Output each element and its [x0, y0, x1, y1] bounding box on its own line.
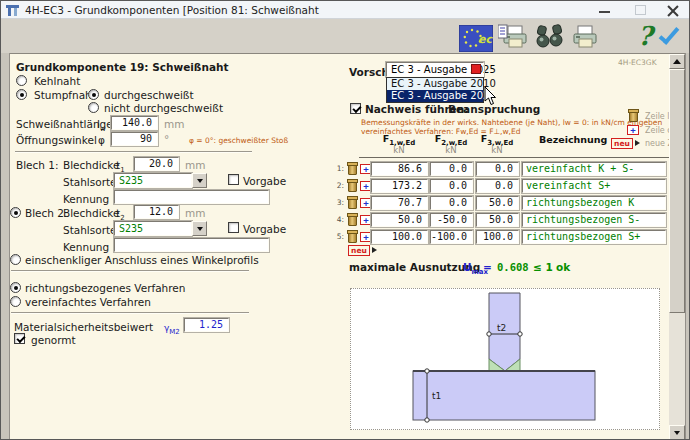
genormt-checkbox[interactable] [14, 333, 25, 344]
header-f2: F2,w,Ed [427, 133, 475, 144]
maximize-button[interactable] [635, 5, 646, 15]
dropdown-option-2010[interactable]: EC 3 - Ausgabe 2010 [387, 78, 483, 90]
row-number: 4: [333, 214, 344, 226]
result-label: maximale Ausnutzung [349, 261, 480, 273]
vorschrift-status-led[interactable] [471, 64, 481, 74]
winkel-hint: φ = 0°: geschweißter Stoß [189, 136, 288, 145]
richtungsbezogen-label: richtungsbezogenes Verfahren [25, 282, 185, 294]
bezeichnung-cell[interactable]: richtungsbezogen K [522, 196, 666, 210]
f2-cell[interactable]: -100.0 [430, 230, 473, 244]
ec-icon-label: ec [478, 33, 493, 46]
dropdown-option-2025[interactable]: EC 3 - Ausgabe 2025 [387, 90, 483, 102]
scroll-down-button[interactable] [669, 425, 685, 440]
f2-cell[interactable]: 0.0 [430, 162, 473, 176]
f3-cell[interactable]: 50.0 [476, 213, 519, 227]
genormt-label: genormt [31, 334, 76, 346]
row-number: 5: [333, 231, 344, 243]
row-number: 1: [333, 163, 344, 175]
vereinfacht-label: vereinfachtes Verfahren [25, 296, 151, 308]
gamma-symbol: γM2 [164, 322, 180, 334]
app-icon [6, 4, 19, 17]
new-row-legend-arrow [635, 140, 640, 146]
bezeichnung-cell[interactable]: vereinfacht S+ [522, 179, 666, 193]
left-frame [1, 53, 10, 440]
minimize-button[interactable] [599, 11, 610, 13]
bezeichnung-cell[interactable]: richtungsbezogen S+ [522, 230, 666, 244]
print-icon[interactable] [570, 23, 603, 51]
row-number: 3: [333, 197, 344, 209]
new-row-legend-label: neue Z [645, 139, 670, 149]
nachweis-checkbox[interactable] [350, 103, 361, 114]
bezeichnung-cell[interactable]: richtungsbezogen S- [522, 213, 666, 227]
result-equals: = [483, 261, 492, 273]
unit-f1: kN [375, 145, 423, 155]
table-row: 4: + 50.0 -50.0 50.0 richtungsbezogen S- [1, 213, 690, 227]
t1-dimension-label: t1 [432, 391, 441, 401]
f1-cell[interactable]: 70.7 [371, 196, 428, 210]
ec-icon[interactable]: ec [459, 25, 493, 52]
winkelprofil-radio[interactable] [10, 254, 21, 265]
winkel-unit: ° [164, 133, 169, 145]
delete-row-icon[interactable] [348, 198, 357, 209]
nicht-durchgeschweisst-label: nicht durchgeschweißt [104, 102, 223, 114]
divider [11, 270, 249, 272]
header-bezeichnung: Bezeichnung [539, 134, 609, 145]
nicht-durchgeschweisst-radio[interactable] [88, 102, 99, 113]
f1-cell[interactable]: 173.2 [371, 179, 428, 193]
help-icon[interactable]: ? [634, 20, 656, 52]
f1-cell[interactable]: 50.0 [371, 213, 428, 227]
delete-row-legend-icon [629, 111, 638, 122]
delete-row-icon[interactable] [348, 164, 357, 175]
f1-cell[interactable]: 100.0 [371, 230, 428, 244]
f2-cell[interactable]: 0.0 [430, 179, 473, 193]
copy-row-legend-label: Zeile c [645, 126, 670, 136]
unit-f2: kN [427, 145, 475, 155]
f2-cell[interactable]: 0.0 [430, 196, 473, 210]
titlebar[interactable]: 4H-EC3 - Grundkomponenten [Position 81: … [1, 1, 689, 19]
delete-row-icon[interactable] [348, 181, 357, 192]
winkel-input[interactable]: 90 [111, 132, 158, 146]
table-row: 3: + 70.7 0.0 50.0 richtungsbezogen K [1, 196, 690, 210]
bezeichnung-cell[interactable]: vereinfacht K + S- [522, 162, 666, 176]
f3-cell[interactable]: 100.0 [476, 230, 519, 244]
f3-cell[interactable]: 50.0 [476, 196, 519, 210]
f2-cell[interactable]: -50.0 [430, 213, 473, 227]
delete-row-icon[interactable] [348, 215, 357, 226]
confirm-icon[interactable] [657, 21, 689, 51]
scrollbar-thumb[interactable] [669, 69, 685, 313]
unit-f3: kN [473, 145, 521, 155]
f3-cell[interactable]: 0.0 [476, 162, 519, 176]
print-preview-icon[interactable] [498, 23, 531, 51]
delete-row-icon[interactable] [348, 232, 357, 243]
stumpfnaht-label: Stumpfnaht [34, 89, 96, 101]
laenge-input[interactable]: 140.0 [111, 116, 158, 130]
vereinfacht-radio[interactable] [10, 296, 21, 307]
vorschrift-combo[interactable]: EC 3 - Ausgabe 2025 [386, 62, 484, 77]
gamma-input[interactable]: 1.25 [184, 318, 229, 332]
application-window: 4H-EC3 - Grundkomponenten [Position 81: … [0, 0, 690, 440]
delete-row-legend-label: Zeile lö [645, 112, 670, 122]
vorschrift-dropdown-list: EC 3 - Ausgabe 2010 EC 3 - Ausgabe 2025 [386, 77, 484, 103]
result-value: 0.608 [497, 261, 529, 273]
durchgeschweisst-radio[interactable] [88, 89, 99, 100]
kehlnaht-radio[interactable] [16, 75, 27, 86]
header-underline [359, 157, 669, 158]
winkelprofil-label: einschenkliger Anschluss eines Winkelpro… [25, 254, 259, 266]
close-button[interactable] [667, 4, 679, 16]
stumpfnaht-radio[interactable] [16, 89, 27, 100]
mouse-cursor [484, 87, 497, 106]
module-code: 4H-EC3GK [618, 58, 657, 67]
new-row-legend-icon: neu [611, 138, 633, 149]
richtungsbezogen-radio[interactable] [10, 282, 21, 293]
material-label: Materialsicherheitsbeiwert [14, 321, 153, 333]
header-f1: F1,w,Ed [375, 133, 423, 144]
hint-line1: Bemessungskräfte in der wirks. Nahtebene… [361, 118, 662, 127]
f3-cell[interactable]: 0.0 [476, 179, 519, 193]
new-row-button[interactable]: neu [348, 245, 370, 256]
winkel-symbol: φ [98, 134, 105, 146]
f1-cell[interactable]: 86.6 [371, 162, 428, 176]
binoculars-icon[interactable] [534, 23, 567, 51]
window-title: 4H-EC3 - Grundkomponenten [Position 81: … [25, 4, 319, 16]
scroll-up-button[interactable] [669, 54, 685, 69]
new-row-arrow [372, 247, 377, 253]
